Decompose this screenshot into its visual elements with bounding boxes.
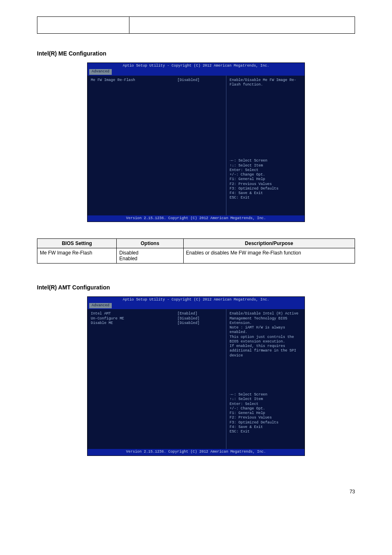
bios-item: Intel AMT [Enabled]	[91, 312, 223, 316]
bios-tabrow: Advanced	[88, 68, 304, 75]
desc-header-purpose: Description/Purpose	[183, 238, 355, 248]
bios-key: →←: Select Screen	[230, 393, 301, 397]
bios-key: →←: Select Screen	[230, 159, 301, 163]
bios-right-pane: Enable/Disable Intel (R) Active Manageme…	[226, 309, 304, 449]
bios-key: +/-: Change Opt.	[230, 173, 301, 177]
bios-key: F4: Save & Exit	[230, 191, 301, 196]
desc-header-setting: BIOS Setting	[37, 238, 117, 248]
bios-item: Me FW Image Re-Flash [Disabled]	[91, 78, 223, 83]
bios-key: F2: Previous Values	[230, 182, 301, 187]
description-table-me: BIOS Setting Options Description/Purpose…	[37, 238, 355, 264]
bios-left-pane: Me FW Image Re-Flash [Disabled]	[88, 76, 226, 215]
bios-item-label: Me FW Image Re-Flash	[91, 78, 178, 83]
bios-item-value: [Disabled]	[178, 321, 223, 326]
page-number: 73	[37, 472, 355, 495]
top-info-table	[37, 16, 355, 34]
bios-key: ESC: Exit	[230, 196, 301, 200]
bios-item: Disable ME [Disabled]	[91, 321, 223, 326]
bios-key: ESC: Exit	[230, 430, 301, 434]
bios-footer: Version 2.15.1236. Copyright (C) 2012 Am…	[88, 215, 304, 222]
top-cell-1	[37, 17, 129, 34]
bios-key: F1: General Help	[230, 177, 301, 182]
bios-keys-list: →←: Select Screen ↑↓: Select Item Enter:…	[230, 159, 301, 200]
bios-right-pane: Enable/Disable Me FW Image Re-Flash func…	[226, 76, 304, 215]
bios-key: Enter: Select	[230, 168, 301, 173]
bios-help-text: Enable/Disable Intel (R) Active Manageme…	[230, 312, 301, 358]
bios-item-label: Un-Configure ME	[91, 317, 178, 321]
bios-key: F3: Optimized Defaults	[230, 187, 301, 191]
bios-screenshot-me: Aptio Setup Utility - Copyright (C) 2012…	[87, 62, 305, 222]
bios-help-text: Enable/Disable Me FW Image Re-Flash func…	[230, 78, 301, 88]
top-cell-2	[129, 17, 355, 34]
bios-item: Un-Configure ME [Disabled]	[91, 317, 223, 321]
bios-left-pane: Intel AMT [Enabled] Un-Configure ME [Dis…	[88, 309, 226, 449]
bios-key: F4: Save & Exit	[230, 425, 301, 430]
bios-header: Aptio Setup Utility - Copyright (C) 2012…	[88, 297, 304, 302]
bios-key: F3: Optimized Defaults	[230, 421, 301, 425]
bios-key: Enter: Select	[230, 402, 301, 407]
desc-cell-purpose: Enables or disables Me FW image Re-Flash…	[183, 248, 355, 263]
desc-row: Me FW Image Re-Flash Disabled Enabled En…	[37, 248, 355, 263]
section-title-amt-config: Intel(R) AMT Configuration	[37, 284, 355, 291]
bios-tab-advanced: Advanced	[89, 303, 112, 308]
bios-footer: Version 2.15.1236. Copyright (C) 2012 Am…	[88, 449, 304, 455]
bios-key: F1: General Help	[230, 411, 301, 416]
bios-tabrow: Advanced	[88, 302, 304, 309]
bios-item-value: [Enabled]	[178, 312, 223, 316]
bios-key: +/-: Change Opt.	[230, 407, 301, 411]
bios-item-value: [Disabled]	[178, 78, 223, 83]
bios-item-value: [Disabled]	[178, 317, 223, 321]
bios-key: ↑↓: Select Item	[230, 164, 301, 168]
bios-header: Aptio Setup Utility - Copyright (C) 2012…	[88, 63, 304, 68]
bios-item-label: Intel AMT	[91, 312, 178, 316]
desc-cell-setting: Me FW Image Re-Flash	[37, 248, 117, 263]
bios-key: F2: Previous Values	[230, 416, 301, 420]
desc-header-options: Options	[117, 238, 183, 248]
bios-item-label: Disable ME	[91, 321, 178, 326]
section-title-me-config: Intel(R) ME Configuration	[37, 50, 355, 57]
desc-cell-options: Disabled Enabled	[117, 248, 183, 263]
bios-key: ↑↓: Select Item	[230, 397, 301, 402]
bios-keys-list: →←: Select Screen ↑↓: Select Item Enter:…	[230, 393, 301, 434]
bios-tab-advanced: Advanced	[89, 69, 112, 74]
bios-screenshot-amt: Aptio Setup Utility - Copyright (C) 2012…	[87, 296, 305, 456]
